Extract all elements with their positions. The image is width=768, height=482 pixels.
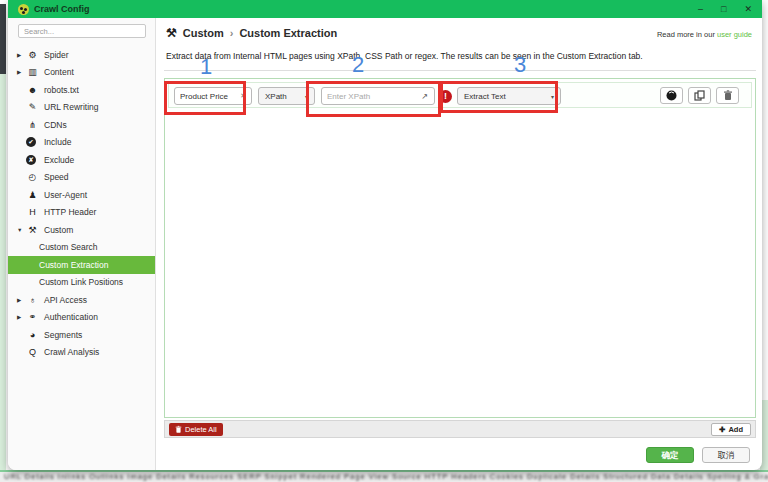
- sidebar-item-label: Include: [44, 137, 71, 147]
- sidebar-item-authentication[interactable]: ▶⚭Authentication: [8, 309, 155, 327]
- row-action-buttons: [660, 87, 739, 104]
- sidebar-item-url-rewriting[interactable]: ✎URL Rewriting: [8, 99, 155, 117]
- sidebar-nav: ▶⚙Spider▶▥Content☻robots.txt✎URL Rewriti…: [8, 46, 155, 361]
- chevron-right-icon[interactable]: ▶: [17, 69, 26, 75]
- sidebar-item-label: Custom Search: [39, 242, 98, 252]
- clear-icon[interactable]: ✕: [235, 92, 251, 100]
- sidebar-item-label: Spider: [44, 50, 69, 60]
- duplicate-rule-button[interactable]: [688, 87, 711, 104]
- cancel-button[interactable]: 取消: [702, 447, 750, 463]
- sidebar-item-include[interactable]: ✔Include: [8, 134, 155, 152]
- sidebar-item-cdns[interactable]: ⋔CDNs: [8, 116, 155, 134]
- crawl-config-dialog: Crawl Config – □ ✕ ▶⚙Spider▶▥Content☻rob…: [8, 0, 762, 470]
- sidebar-item-custom-extraction[interactable]: Custom Extraction: [8, 256, 155, 274]
- minimize-button[interactable]: –: [698, 0, 703, 18]
- ok-button[interactable]: 确定: [646, 447, 694, 463]
- sidebar-item-label: Crawl Analysis: [44, 347, 99, 357]
- sidebar-item-segments[interactable]: ◕Segments: [8, 326, 155, 344]
- chevron-right-icon[interactable]: ▶: [17, 297, 26, 303]
- breadcrumb-separator: ›: [230, 27, 234, 39]
- globe-icon: [666, 90, 677, 101]
- cross-circle-icon: ✘: [26, 155, 36, 165]
- sidebar-item-label: API Access: [44, 295, 87, 305]
- error-icon: !: [439, 90, 452, 103]
- dialog-footer: 确定 取消: [646, 447, 750, 463]
- pie-chart-icon: ◕: [26, 329, 39, 341]
- background-tab-bar: URL Details Inlinks Outlinks Image Detai…: [0, 470, 768, 482]
- sidebar-item-http-header[interactable]: HHTTP Header: [8, 204, 155, 222]
- sidebar-item-content[interactable]: ▶▥Content: [8, 64, 155, 82]
- sidebar-item-crawl-analysis[interactable]: QCrawl Analysis: [8, 344, 155, 362]
- method-dropdown[interactable]: XPath ▾: [258, 87, 315, 105]
- custom-extraction-panel: ⚒ Custom › Custom Extraction Read more i…: [156, 18, 762, 470]
- read-more-text: Read more in our user guide: [657, 30, 752, 39]
- delete-rule-button[interactable]: [716, 87, 739, 104]
- magnifier-icon: Q: [26, 346, 39, 358]
- sidebar-item-custom-link-positions[interactable]: Custom Link Positions: [8, 274, 155, 292]
- share-network-icon: ⋔: [26, 119, 39, 131]
- sidebar-item-label: URL Rewriting: [44, 102, 98, 112]
- user-lock-icon: ♟: [26, 189, 39, 201]
- sidebar-item-label: Custom Link Positions: [39, 277, 123, 287]
- sidebar-item-robots-txt[interactable]: ☻robots.txt: [8, 81, 155, 99]
- background-window-dark-block: [0, 4, 6, 74]
- background-tab-labels: URL Details Inlinks Outlinks Image Detai…: [0, 472, 768, 482]
- extract-type-selected-value: Extract Text: [458, 92, 545, 101]
- breadcrumb-parent: Custom: [183, 27, 224, 39]
- users-lock-icon: ⚭: [26, 311, 39, 323]
- gauge-icon: ◴: [26, 171, 39, 183]
- extract-type-dropdown[interactable]: Extract Text ▾: [457, 87, 561, 105]
- title-bar[interactable]: Crawl Config – □ ✕: [8, 0, 762, 18]
- search-input[interactable]: [18, 24, 146, 38]
- add-button[interactable]: ✚ Add: [711, 423, 751, 436]
- plus-icon: ✚: [719, 425, 725, 434]
- chevron-down-icon: ▾: [299, 93, 314, 100]
- xpath-input[interactable]: [322, 92, 415, 101]
- breadcrumb: ⚒ Custom › Custom Extraction: [166, 26, 337, 40]
- delete-all-label: Delete All: [185, 425, 217, 434]
- xpath-input-field[interactable]: ↗: [321, 87, 435, 105]
- sidebar-item-label: Custom Extraction: [39, 260, 108, 270]
- sidebar-item-label: Segments: [44, 330, 82, 340]
- sidebar-item-user-agent[interactable]: ♟User-Agent: [8, 186, 155, 204]
- sidebar-item-custom-search[interactable]: Custom Search: [8, 239, 155, 257]
- extraction-list-panel: ✕ XPath ▾ ↗ ! Extract Text ▾: [164, 78, 756, 418]
- sidebar-item-label: robots.txt: [44, 85, 79, 95]
- list-footer-bar: Delete All ✚ Add: [164, 420, 756, 438]
- browser-preview-button[interactable]: [660, 87, 683, 104]
- chevron-right-icon[interactable]: ▶: [17, 314, 26, 320]
- trash-icon: [175, 425, 182, 434]
- chevron-down-icon: ▾: [545, 93, 560, 100]
- sidebar-item-spider[interactable]: ▶⚙Spider: [8, 46, 155, 64]
- sidebar-item-label: Content: [44, 67, 74, 77]
- sidebar-item-exclude[interactable]: ✘Exclude: [8, 151, 155, 169]
- extractor-name-input[interactable]: [175, 92, 235, 101]
- tools-icon: ⚒: [26, 224, 39, 236]
- extractor-name-field[interactable]: ✕: [174, 87, 252, 105]
- close-button[interactable]: ✕: [744, 0, 752, 18]
- sidebar-item-label: CDNs: [44, 120, 67, 130]
- trash-icon: [723, 90, 733, 101]
- sidebar-item-api-access[interactable]: ▶♁API Access: [8, 291, 155, 309]
- method-selected-value: XPath: [259, 92, 299, 101]
- background-window-edge: [0, 0, 8, 482]
- sidebar-item-speed[interactable]: ◴Speed: [8, 169, 155, 187]
- edit-icon: ✎: [26, 101, 39, 113]
- columns-icon: ▥: [26, 66, 39, 78]
- add-label: Add: [728, 425, 743, 434]
- sidebar-item-custom[interactable]: ▼⚒Custom: [8, 221, 155, 239]
- sidebar-item-label: Authentication: [44, 312, 98, 322]
- expand-editor-icon[interactable]: ↗: [415, 92, 434, 101]
- maximize-button[interactable]: □: [721, 0, 726, 18]
- chevron-down-icon[interactable]: ▼: [17, 227, 26, 233]
- globe-icon: ♁: [26, 294, 39, 306]
- window-title: Crawl Config: [34, 4, 698, 14]
- check-circle-icon: ✔: [26, 137, 36, 147]
- read-more-prefix: Read more in our: [657, 30, 717, 39]
- sidebar-item-label: Speed: [44, 172, 69, 182]
- letter-h-icon: H: [26, 206, 39, 218]
- delete-all-button[interactable]: Delete All: [169, 423, 223, 436]
- user-guide-link[interactable]: user guide: [717, 30, 752, 39]
- sidebar-item-label: HTTP Header: [44, 207, 96, 217]
- chevron-right-icon[interactable]: ▶: [17, 52, 26, 58]
